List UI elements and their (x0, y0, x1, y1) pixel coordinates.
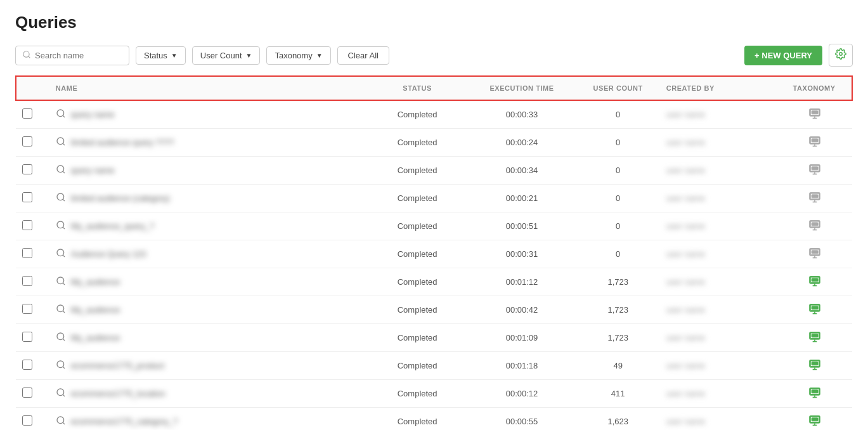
row-checkbox[interactable] (22, 276, 32, 286)
row-taxonomy[interactable] (777, 240, 852, 268)
taxonomy-icon[interactable] (808, 280, 821, 289)
row-name[interactable]: My_audience (71, 277, 120, 287)
taxonomy-icon[interactable] (808, 252, 821, 261)
row-checkbox[interactable] (22, 360, 32, 370)
row-checkbox[interactable] (22, 220, 32, 230)
search-box[interactable] (15, 46, 129, 65)
new-query-button[interactable]: + NEW QUERY (744, 46, 822, 65)
row-taxonomy[interactable] (777, 185, 852, 212)
row-name[interactable]: ecommerce1775_location (71, 389, 165, 398)
user-count-dropdown[interactable]: User Count ▼ (192, 46, 261, 65)
row-taxonomy[interactable] (777, 296, 852, 324)
row-checkbox[interactable] (22, 248, 32, 258)
row-name[interactable]: query name (71, 166, 115, 175)
row-taxonomy[interactable] (777, 268, 852, 296)
svg-rect-37 (812, 223, 818, 226)
page-title: Queries (15, 13, 853, 32)
row-created-by: user name (660, 212, 777, 240)
created-by-text: user name (666, 361, 705, 370)
svg-line-4 (63, 115, 65, 117)
row-exec-time: 00:01:18 (467, 352, 576, 380)
table-row: My_audience Completed00:01:121,723user n… (16, 268, 852, 296)
row-checkbox[interactable] (22, 136, 32, 147)
created-by-text: user name (666, 221, 705, 231)
svg-point-0 (23, 51, 29, 56)
row-checkbox[interactable] (22, 415, 32, 426)
row-name-cell: limited audience (category) (49, 185, 367, 212)
svg-point-45 (57, 277, 64, 284)
row-checkbox-cell (16, 212, 49, 240)
row-name[interactable]: My_audience_query_? (71, 221, 155, 231)
row-checkbox[interactable] (22, 304, 32, 314)
row-created-by: user name (660, 100, 777, 129)
row-taxonomy[interactable] (777, 408, 852, 431)
row-checkbox-cell (16, 129, 49, 157)
taxonomy-icon[interactable] (808, 308, 821, 317)
row-taxonomy[interactable] (777, 129, 852, 157)
row-name[interactable]: Audience Query 123 (71, 249, 146, 259)
table-row: limited audience (category) Completed00:… (16, 185, 852, 212)
created-by-text: user name (666, 138, 705, 147)
taxonomy-icon[interactable] (808, 168, 821, 178)
chevron-down-icon: ▼ (246, 52, 252, 59)
table-row: ecommerce1775_product Completed00:01:184… (16, 352, 852, 380)
taxonomy-dropdown[interactable]: Taxonomy ▼ (266, 46, 330, 65)
row-taxonomy[interactable] (777, 157, 852, 185)
row-checkbox[interactable] (22, 192, 32, 202)
row-name[interactable]: limited audience (category) (71, 193, 170, 203)
row-checkbox-cell (16, 157, 49, 185)
taxonomy-icon[interactable] (808, 112, 821, 122)
row-name[interactable]: query name (71, 110, 115, 119)
row-checkbox[interactable] (22, 108, 32, 119)
svg-rect-58 (812, 306, 818, 309)
svg-point-17 (57, 166, 64, 173)
svg-rect-72 (812, 362, 818, 365)
row-taxonomy[interactable] (777, 212, 852, 240)
taxonomy-icon[interactable] (808, 224, 821, 233)
svg-point-66 (57, 361, 64, 368)
gear-icon (835, 48, 846, 62)
row-name[interactable]: My_audience (71, 305, 120, 315)
col-exec-header: EXECUTION TIME (467, 76, 576, 100)
row-name[interactable]: ecommerce1775_category_? (71, 417, 178, 426)
taxonomy-icon[interactable] (808, 140, 821, 150)
svg-point-73 (57, 389, 64, 396)
clear-all-button[interactable]: Clear All (337, 46, 389, 65)
table-row: ecommerce1775_location Completed00:00:12… (16, 380, 852, 408)
search-input[interactable] (35, 51, 122, 60)
row-user-count: 0 (576, 212, 660, 240)
table-row: ecommerce1775_category_? Completed00:00:… (16, 408, 852, 431)
row-exec-time: 00:01:12 (467, 268, 576, 296)
created-by-text: user name (666, 417, 705, 426)
svg-line-53 (63, 311, 65, 313)
row-name[interactable]: My_audience (71, 333, 120, 342)
row-checkbox[interactable] (22, 388, 32, 398)
row-checkbox[interactable] (22, 332, 32, 342)
row-user-count: 0 (576, 185, 660, 212)
svg-point-59 (57, 333, 64, 340)
row-icon (56, 332, 66, 344)
svg-point-31 (57, 221, 64, 228)
row-checkbox-cell (16, 324, 49, 352)
table-row: My_audience Completed00:01:091,723user n… (16, 324, 852, 352)
row-name[interactable]: limited audience query ???? (71, 138, 174, 147)
row-taxonomy[interactable] (777, 100, 852, 129)
row-taxonomy[interactable] (777, 324, 852, 352)
taxonomy-icon[interactable] (808, 336, 821, 345)
svg-point-38 (57, 249, 64, 256)
row-checkbox-cell (16, 240, 49, 268)
created-by-text: user name (666, 389, 705, 398)
row-name[interactable]: ecommerce1775_product (71, 361, 164, 370)
taxonomy-icon[interactable] (808, 391, 821, 401)
taxonomy-icon[interactable] (808, 419, 821, 429)
row-created-by: user name (660, 408, 777, 431)
taxonomy-icon[interactable] (808, 363, 821, 373)
table-row: My_audience Completed00:00:421,723user n… (16, 296, 852, 324)
row-taxonomy[interactable] (777, 380, 852, 408)
status-dropdown[interactable]: Status ▼ (136, 46, 186, 65)
row-taxonomy[interactable] (777, 352, 852, 380)
row-checkbox[interactable] (22, 164, 32, 174)
taxonomy-icon[interactable] (808, 196, 821, 205)
row-checkbox-cell (16, 380, 49, 408)
settings-button[interactable] (829, 44, 853, 67)
